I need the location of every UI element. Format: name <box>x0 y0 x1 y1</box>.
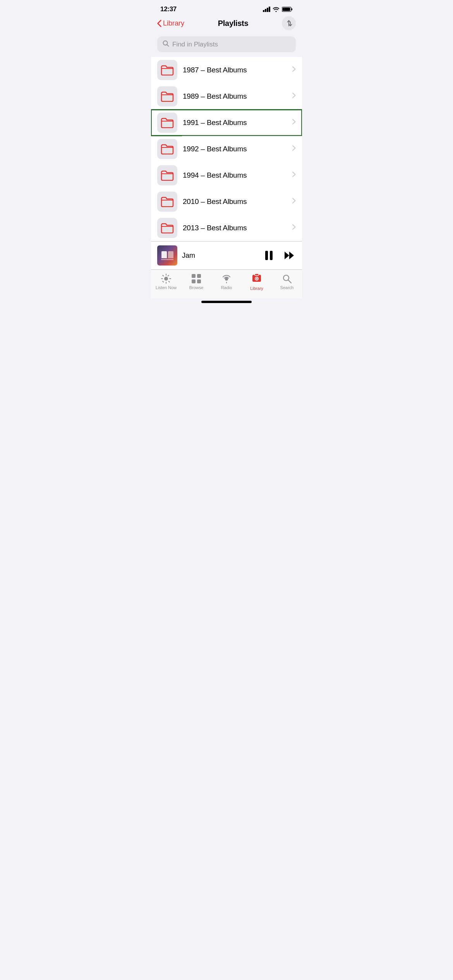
chevron-icon <box>292 198 296 206</box>
chevron-icon <box>292 93 296 100</box>
browse-icon <box>191 274 201 284</box>
nav-header: Library Playlists <box>151 15 302 34</box>
now-playing-title: Jam <box>182 252 259 260</box>
folder-icon <box>161 65 174 75</box>
svg-rect-6 <box>283 8 290 11</box>
svg-rect-8 <box>265 251 268 260</box>
folder-icon <box>161 196 174 207</box>
search-icon <box>163 40 169 48</box>
chevron-icon <box>292 119 296 127</box>
svg-point-20 <box>256 278 257 279</box>
playlist-item[interactable]: 1994 – Best Albums <box>151 162 302 188</box>
chevron-icon <box>292 171 296 179</box>
back-button[interactable]: Library <box>157 19 184 27</box>
playlist-icon-wrap <box>157 218 177 238</box>
status-time: 12:37 <box>160 5 177 13</box>
home-indicator <box>201 301 252 303</box>
playlist-icon-wrap <box>157 113 177 133</box>
svg-rect-5 <box>292 9 293 10</box>
tab-listen-now[interactable]: Listen Now <box>154 274 178 290</box>
pause-icon <box>265 250 273 260</box>
svg-point-15 <box>225 278 228 281</box>
folder-icon <box>161 223 174 233</box>
svg-rect-14 <box>197 279 201 283</box>
tab-library[interactable]: Library <box>245 273 268 291</box>
page-title: Playlists <box>218 19 248 28</box>
tab-search[interactable]: Search <box>275 274 299 290</box>
playlist-icon-wrap <box>157 86 177 106</box>
library-icon <box>252 273 262 283</box>
chevron-icon <box>292 224 296 232</box>
pause-button[interactable] <box>263 249 275 262</box>
svg-rect-2 <box>267 8 268 12</box>
battery-icon <box>282 7 293 12</box>
wifi-icon <box>273 7 280 12</box>
now-playing-controls <box>263 249 296 262</box>
search-tab-icon <box>282 274 292 284</box>
svg-rect-1 <box>265 9 266 12</box>
radio-icon <box>221 274 232 284</box>
playlist-name: 1994 – Best Albums <box>183 171 292 180</box>
tab-listen-now-label: Listen Now <box>156 285 177 290</box>
playlist-icon-wrap <box>157 192 177 212</box>
skip-forward-icon <box>284 251 294 260</box>
svg-rect-12 <box>197 274 201 278</box>
playlist-name: 1992 – Best Albums <box>183 145 292 153</box>
playlist-name: 2013 – Best Albums <box>183 224 292 232</box>
tab-search-label: Search <box>280 285 294 290</box>
svg-rect-13 <box>192 279 196 283</box>
folder-icon <box>161 117 174 128</box>
svg-point-10 <box>164 277 168 281</box>
svg-point-21 <box>283 275 289 281</box>
playlist-item[interactable]: 2010 – Best Albums <box>151 188 302 215</box>
skip-forward-button[interactable] <box>283 250 296 261</box>
playlist-item[interactable]: 1991 – Best Albums <box>151 110 302 136</box>
tab-browse-label: Browse <box>189 285 204 290</box>
status-bar: 12:37 <box>151 0 302 15</box>
playlist-item[interactable]: 1992 – Best Albums <box>151 136 302 162</box>
search-bar[interactable]: Find in Playlists <box>157 36 296 52</box>
svg-rect-18 <box>255 274 259 276</box>
tab-library-label: Library <box>250 286 263 291</box>
status-icons <box>263 7 293 12</box>
svg-rect-3 <box>269 7 270 12</box>
playlist-name: 1991 – Best Albums <box>183 118 292 127</box>
tab-radio[interactable]: Radio <box>215 274 238 290</box>
playlist-name: 1989 – Best Albums <box>183 92 292 101</box>
playlist-name: 2010 – Best Albums <box>183 197 292 206</box>
search-placeholder: Find in Playlists <box>172 41 218 48</box>
back-label: Library <box>163 19 184 27</box>
tab-radio-label: Radio <box>221 285 232 290</box>
listen-now-icon <box>161 274 171 284</box>
playlist-item[interactable]: 1989 – Best Albums <box>151 83 302 110</box>
search-container: Find in Playlists <box>151 34 302 57</box>
svg-rect-11 <box>192 274 196 278</box>
svg-rect-9 <box>270 251 273 260</box>
playlist-name: 1987 – Best Albums <box>183 66 292 74</box>
now-playing-artwork <box>157 245 177 266</box>
playlist-item[interactable]: 1987 – Best Albums <box>151 57 302 83</box>
playlist-list: 1987 – Best Albums 1989 – Best Albums <box>151 57 302 241</box>
tab-bar: Listen Now Browse Radio Library <box>151 269 302 298</box>
tab-browse[interactable]: Browse <box>185 274 208 290</box>
now-playing-bar[interactable]: Jam <box>151 241 302 269</box>
playlist-item[interactable]: 2013 – Best Albums <box>151 215 302 241</box>
signal-icon <box>263 7 270 12</box>
folder-icon <box>161 144 174 154</box>
sort-icon <box>285 20 292 27</box>
playlist-icon-wrap <box>157 139 177 159</box>
svg-rect-0 <box>263 10 264 12</box>
chevron-icon <box>292 145 296 153</box>
folder-icon <box>161 91 174 102</box>
chevron-icon <box>292 66 296 74</box>
playlist-icon-wrap <box>157 165 177 185</box>
playlist-icon-wrap <box>157 60 177 80</box>
sort-button[interactable] <box>282 16 296 30</box>
folder-icon <box>161 170 174 181</box>
